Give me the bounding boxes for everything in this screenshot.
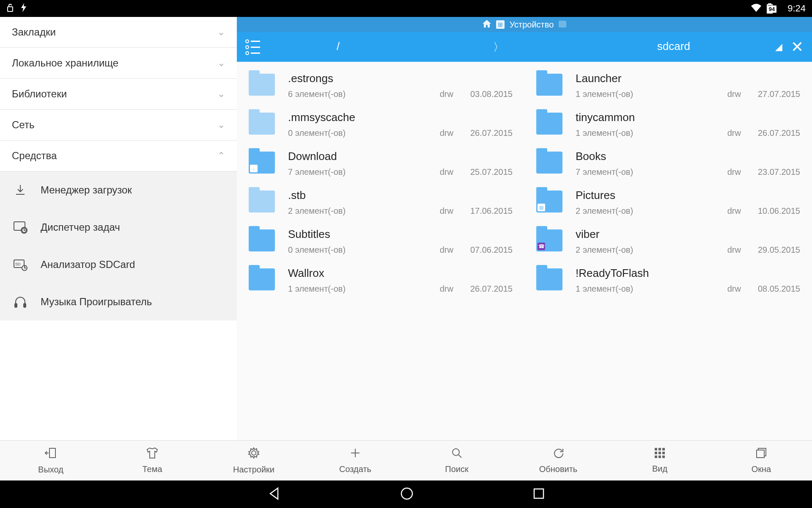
- dropdown-indicator-icon[interactable]: ◢: [775, 41, 782, 52]
- file-meta: 2 элемент(-ов)drw29.05.2015: [576, 245, 800, 255]
- list-view-icon[interactable]: [245, 39, 260, 55]
- file-name: Download: [288, 150, 513, 163]
- toolbar-label: Создать: [339, 464, 371, 474]
- file-count: 2 элемент(-ов): [576, 245, 710, 255]
- svg-rect-16: [658, 448, 661, 450]
- svg-rect-12: [49, 448, 55, 458]
- tab-extra-icon[interactable]: [559, 20, 566, 30]
- file-meta: 0 элемент(-ов)drw26.07.2015: [288, 128, 513, 138]
- sidebar-label: Средства: [12, 150, 57, 162]
- status-time: 9:24: [787, 3, 806, 14]
- tshirt-icon: [145, 447, 159, 462]
- path-current[interactable]: sdcard: [657, 40, 690, 55]
- sidebar-tools[interactable]: Средства ⌃: [0, 141, 237, 171]
- device-tab-icon[interactable]: ⊞: [496, 20, 505, 29]
- toolbar-theme[interactable]: Тема: [102, 441, 203, 480]
- file-meta: 2 элемент(-ов)drw17.06.2015: [288, 206, 513, 216]
- toolbar-refresh[interactable]: Обновить: [508, 441, 609, 480]
- file-item[interactable]: .mmsyscache0 элемент(-ов)drw26.07.2015: [245, 105, 516, 144]
- file-item[interactable]: .stb2 элемент(-ов)drw17.06.2015: [245, 183, 516, 222]
- file-date: 07.06.2015: [470, 245, 513, 255]
- task-icon: [12, 219, 29, 236]
- file-item[interactable]: tinycammon1 элемент(-ов)drw26.07.2015: [533, 105, 804, 144]
- nav-back[interactable]: [267, 486, 281, 502]
- file-date: 29.05.2015: [758, 245, 800, 255]
- toolbar-windows[interactable]: Окна: [710, 441, 812, 480]
- folder-icon: [249, 268, 275, 290]
- file-item[interactable]: Books7 элемент(-ов)drw23.07.2015: [533, 144, 804, 183]
- toolbar-label: Настройки: [233, 465, 274, 475]
- sidebar-bookmarks[interactable]: Закладки ⌄: [0, 17, 237, 48]
- sidebar-item-sdcard-analyzer[interactable]: SD Анализатор SDCard: [0, 246, 237, 283]
- sidebar-item-task-manager[interactable]: Диспетчер задач: [0, 209, 237, 246]
- lock-icon: [6, 3, 14, 14]
- toolbar-label: Поиск: [445, 464, 468, 474]
- file-meta: 0 элемент(-ов)drw07.06.2015: [288, 245, 513, 255]
- file-permissions: drw: [440, 128, 453, 138]
- file-date: 23.07.2015: [758, 167, 800, 177]
- file-permissions: drw: [727, 128, 741, 138]
- close-icon[interactable]: ✕: [791, 38, 804, 56]
- folder-icon: [249, 229, 275, 251]
- file-name: .stb: [288, 189, 513, 202]
- svg-rect-24: [757, 450, 764, 458]
- home-icon[interactable]: [483, 20, 491, 30]
- tab-label[interactable]: Устройство: [510, 20, 554, 30]
- toolbar-exit[interactable]: Выход: [0, 441, 102, 480]
- file-item[interactable]: ▨Pictures2 элемент(-ов)drw10.06.2015: [533, 183, 804, 222]
- sidebar-item-label: Музыка Проигрыватель: [41, 296, 152, 308]
- sidebar-local-storage[interactable]: Локальное хранилище ⌄: [0, 48, 237, 79]
- toolbar-search[interactable]: Поиск: [406, 441, 508, 480]
- file-item[interactable]: ↓Download7 элемент(-ов)drw25.07.2015: [245, 144, 516, 183]
- file-count: 0 элемент(-ов): [288, 245, 423, 255]
- svg-point-13: [252, 451, 256, 455]
- download-icon: [12, 182, 29, 199]
- bottom-toolbar: Выход Тема Настройки Создать Поиск Обнов…: [0, 440, 812, 480]
- sidebar-libraries[interactable]: Библиотеки ⌄: [0, 79, 237, 110]
- sidebar-item-label: Диспетчер задач: [41, 221, 120, 233]
- file-item[interactable]: ☎viber2 элемент(-ов)drw29.05.2015: [533, 222, 804, 261]
- file-count: 1 элемент(-ов): [576, 128, 710, 138]
- svg-rect-18: [655, 452, 657, 454]
- sidebar-network[interactable]: Сеть ⌄: [0, 110, 237, 141]
- file-name: Wallrox: [288, 267, 513, 280]
- path-root[interactable]: /: [337, 40, 340, 55]
- toolbar-create[interactable]: Создать: [304, 441, 406, 480]
- file-item[interactable]: .estrongs6 элемент(-ов)drw03.08.2015: [245, 66, 516, 105]
- wifi-icon: [751, 3, 761, 14]
- toolbar-view[interactable]: Вид: [609, 441, 710, 480]
- sidebar-item-music-player[interactable]: Музыка Проигрыватель: [0, 283, 237, 320]
- nav-home[interactable]: [400, 486, 414, 502]
- folder-icon: [536, 152, 562, 174]
- sidebar-label: Сеть: [12, 119, 34, 131]
- file-item[interactable]: Launcher1 элемент(-ов)drw27.07.2015: [533, 66, 804, 105]
- toolbar-label: Вид: [652, 464, 667, 474]
- file-grid: .estrongs6 элемент(-ов)drw03.08.2015.mms…: [237, 62, 812, 440]
- file-count: 1 элемент(-ов): [288, 284, 423, 294]
- file-name: Launcher: [576, 72, 800, 85]
- file-item[interactable]: Subtitles0 элемент(-ов)drw07.06.2015: [245, 222, 516, 261]
- path-separator: 〉: [493, 40, 504, 55]
- file-date: 03.08.2015: [470, 89, 513, 99]
- sidebar-tools-list: Менеджер загрузок Диспетчер задач SD Ана…: [0, 171, 237, 320]
- chevron-up-icon: ⌃: [217, 150, 225, 161]
- file-date: 27.07.2015: [758, 89, 800, 99]
- nav-recent[interactable]: [532, 487, 545, 502]
- toolbar-settings[interactable]: Настройки: [203, 441, 304, 480]
- file-meta: 7 элемент(-ов)drw23.07.2015: [576, 167, 800, 177]
- file-item[interactable]: Wallrox1 элемент(-ов)drw26.07.2015: [245, 261, 516, 300]
- android-navbar: [0, 480, 812, 508]
- file-date: 26.07.2015: [470, 128, 513, 138]
- svg-rect-0: [8, 7, 13, 11]
- file-item[interactable]: !ReadyToFlash1 элемент(-ов)drw08.05.2015: [533, 261, 804, 300]
- gear-icon: [247, 447, 260, 462]
- file-date: 08.05.2015: [758, 284, 800, 294]
- svg-rect-21: [655, 456, 657, 458]
- folder-icon: ↓: [249, 152, 275, 174]
- svg-rect-23: [662, 456, 665, 458]
- svg-rect-2: [768, 3, 771, 5]
- search-icon: [451, 447, 463, 462]
- sidebar-item-download-manager[interactable]: Менеджер загрузок: [0, 171, 237, 209]
- folder-icon: ☎: [536, 229, 562, 251]
- file-permissions: drw: [727, 89, 741, 99]
